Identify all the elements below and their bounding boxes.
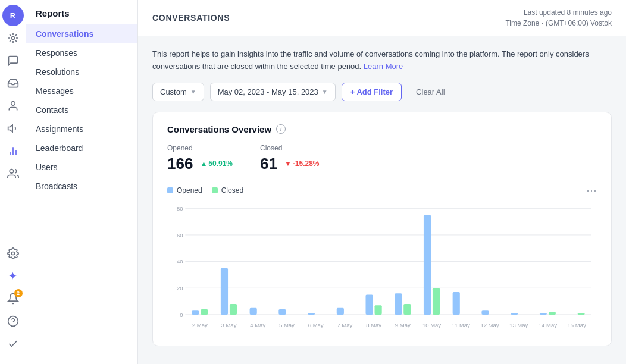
- svg-text:8 May: 8 May: [366, 321, 381, 328]
- sidebar-item-messages[interactable]: Messages: [26, 81, 137, 101]
- date-range-type-dropdown[interactable]: Custom ▼: [152, 83, 204, 101]
- chart-svg: 0204060802 May3 May4 May5 May6 May7 May8…: [167, 203, 597, 334]
- svg-point-1: [11, 102, 15, 106]
- closed-change-badge: ▼ -15.28%: [281, 158, 323, 169]
- svg-text:60: 60: [177, 231, 183, 238]
- sidebar-item-contacts[interactable]: Contacts: [26, 101, 137, 120]
- svg-text:12 May: 12 May: [480, 321, 499, 328]
- header-meta: Last updated 8 minutes ago Time Zone - (…: [505, 7, 612, 29]
- add-filter-button[interactable]: + Add Filter: [342, 83, 402, 101]
- svg-point-6: [10, 170, 14, 174]
- svg-point-0: [11, 37, 14, 40]
- chatwoot-icon[interactable]: ✦: [2, 265, 24, 287]
- learn-more-link[interactable]: Learn More: [364, 62, 403, 71]
- help-icon[interactable]: [2, 310, 24, 332]
- icon-bar: R ✦ 2: [0, 0, 26, 364]
- stats-row: Opened 166 ▲ 50.91% Closed 61 ▼: [167, 144, 597, 173]
- svg-text:13 May: 13 May: [509, 321, 528, 328]
- card-title: Conversations Overview i: [167, 124, 597, 134]
- opened-label: Opened: [167, 144, 236, 152]
- reports-icon[interactable]: [2, 140, 24, 162]
- up-arrow-icon: ▲: [200, 159, 207, 168]
- svg-text:5 May: 5 May: [279, 321, 295, 328]
- timezone: Time Zone - (GMT+06:00) Vostok: [505, 18, 612, 29]
- svg-rect-32: [337, 307, 344, 314]
- campaign-icon[interactable]: [2, 118, 24, 139]
- chart-more-button[interactable]: ⋯: [586, 185, 597, 196]
- filter-bar: Custom ▼ May 02, 2023 - May 15, 2023 ▼ +…: [152, 83, 612, 101]
- closed-legend-dot: [212, 187, 218, 193]
- bar-chart: 0204060802 May3 May4 May5 May6 May7 May8…: [167, 203, 597, 334]
- svg-rect-50: [549, 312, 556, 314]
- svg-text:20: 20: [177, 285, 183, 291]
- svg-text:0: 0: [180, 311, 183, 318]
- opened-value: 166: [167, 155, 193, 173]
- team-icon[interactable]: [2, 163, 24, 184]
- svg-text:14 May: 14 May: [539, 321, 557, 328]
- sidebar-item-users[interactable]: Users: [26, 158, 137, 177]
- clear-all-button[interactable]: Clear All: [408, 83, 453, 101]
- svg-rect-38: [403, 304, 411, 315]
- svg-point-7: [11, 252, 14, 255]
- svg-rect-20: [192, 310, 199, 315]
- svg-rect-45: [481, 310, 489, 315]
- sidebar-item-conversations[interactable]: Conversations: [26, 24, 137, 43]
- chart-area: Opened Closed ⋯ 0204060802 May3 May4 May…: [167, 185, 597, 334]
- svg-rect-26: [250, 307, 257, 314]
- legend-opened: Opened: [167, 186, 202, 194]
- svg-text:4 May: 4 May: [250, 321, 265, 328]
- sidebar-item-assignments[interactable]: Assignments: [26, 120, 137, 139]
- svg-rect-41: [433, 288, 440, 315]
- contacts-icon[interactable]: [2, 95, 24, 117]
- opened-stat: Opened 166 ▲ 50.91%: [167, 144, 236, 173]
- svg-rect-23: [221, 268, 228, 314]
- sidebar-item-leaderboard[interactable]: Leaderboard: [26, 139, 137, 158]
- chevron-down-icon: ▼: [322, 89, 328, 95]
- chat-icon[interactable]: [2, 50, 24, 71]
- sidebar-item-resolutions[interactable]: Resolutions: [26, 62, 137, 81]
- closed-value: 61: [260, 155, 277, 173]
- notification-badge: 2: [14, 289, 23, 297]
- chart-legend: Opened Closed: [167, 186, 243, 194]
- settings-icon[interactable]: [2, 243, 24, 264]
- opened-legend-dot: [167, 187, 173, 193]
- svg-text:80: 80: [177, 205, 183, 212]
- date-range-value-dropdown[interactable]: May 02, 2023 - May 15, 2023 ▼: [210, 83, 336, 101]
- sidebar-title: Reports: [26, 0, 137, 24]
- notification-icon[interactable]: 2: [2, 288, 24, 309]
- svg-text:3 May: 3 May: [221, 321, 237, 328]
- svg-rect-49: [540, 313, 547, 314]
- chevron-down-icon: ▼: [190, 89, 196, 95]
- page-title: CONVERSATIONS: [152, 13, 230, 23]
- sidebar-item-broadcasts[interactable]: Broadcasts: [26, 177, 137, 196]
- svg-rect-43: [453, 292, 460, 315]
- main-content: CONVERSATIONS Last updated 8 minutes ago…: [138, 0, 626, 364]
- report-description: This report helps to gain insights into …: [152, 48, 612, 73]
- svg-rect-37: [395, 293, 402, 315]
- svg-text:40: 40: [177, 258, 183, 265]
- svg-marker-2: [8, 125, 12, 132]
- inbox-icon[interactable]: [2, 73, 24, 94]
- content-area: This report helps to gain insights into …: [138, 36, 626, 364]
- sidebar: Reports ConversationsResponsesResolution…: [26, 0, 138, 364]
- svg-rect-35: [375, 305, 382, 315]
- svg-text:2 May: 2 May: [192, 321, 208, 328]
- svg-rect-52: [578, 313, 585, 314]
- svg-rect-30: [308, 313, 315, 314]
- user-avatar[interactable]: R: [2, 5, 24, 26]
- check-icon[interactable]: [2, 333, 24, 354]
- info-icon[interactable]: i: [276, 124, 286, 134]
- svg-text:15 May: 15 May: [568, 321, 586, 328]
- closed-stat: Closed 61 ▼ -15.28%: [260, 144, 323, 173]
- svg-rect-40: [424, 215, 431, 314]
- svg-text:9 May: 9 May: [395, 321, 411, 328]
- svg-text:11 May: 11 May: [452, 321, 470, 328]
- svg-rect-28: [278, 309, 286, 315]
- svg-text:6 May: 6 May: [308, 321, 324, 328]
- svg-text:7 May: 7 May: [337, 321, 352, 328]
- svg-rect-47: [511, 313, 518, 314]
- svg-rect-21: [201, 309, 208, 315]
- sidebar-item-responses[interactable]: Responses: [26, 43, 137, 62]
- svg-rect-24: [230, 304, 237, 315]
- home-icon[interactable]: [2, 27, 24, 49]
